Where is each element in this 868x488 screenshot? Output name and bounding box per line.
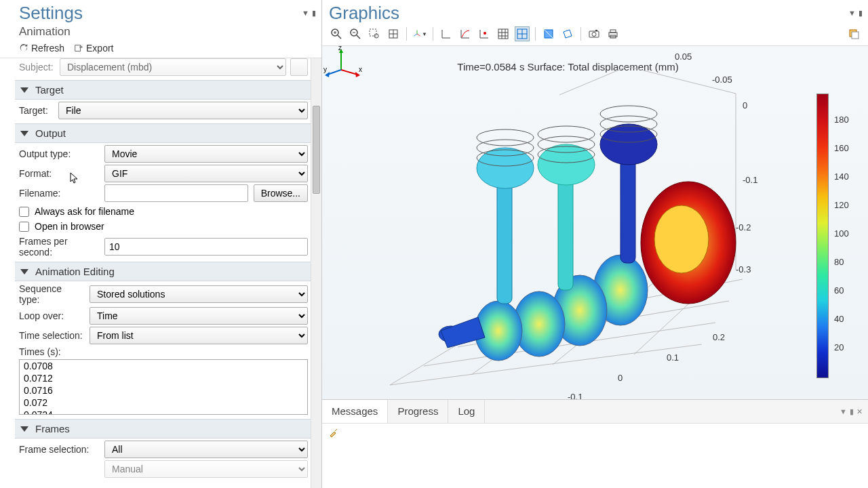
panel-dropdown-icon[interactable]: ▼ (848, 9, 856, 18)
zoom-extents-icon[interactable] (386, 26, 401, 41)
filename-input[interactable] (104, 184, 248, 202)
axis-tick-label: -0.05 (712, 75, 732, 85)
loop-label: Loop over: (19, 310, 84, 321)
broom-icon[interactable] (329, 428, 338, 437)
messages-body (322, 423, 868, 488)
svg-rect-58 (497, 182, 512, 304)
target-label: Target: (19, 105, 53, 116)
svg-rect-23 (498, 29, 508, 39)
zoom-in-icon[interactable] (329, 26, 344, 41)
chevron-down-icon (20, 269, 28, 274)
format-select[interactable]: GIF (104, 165, 308, 182)
tab-log[interactable]: Log (448, 400, 485, 423)
svg-point-52 (654, 205, 709, 273)
view-xyz-icon[interactable]: ▼ (412, 26, 427, 41)
refresh-button[interactable]: Refresh (19, 43, 64, 54)
always-ask-label: Always ask for filename (35, 206, 134, 217)
axis-grid-icon[interactable] (477, 26, 492, 41)
axis-log-icon[interactable] (458, 26, 473, 41)
close-icon[interactable]: ✕ (856, 407, 863, 416)
axis-tick-label: -0.1 (743, 175, 757, 185)
clip-plane-icon[interactable] (560, 26, 575, 41)
times-item[interactable]: 0.0708 (20, 360, 307, 372)
panel-pin-icon[interactable]: ▮ (312, 9, 316, 18)
always-ask-checkbox[interactable] (19, 207, 29, 217)
axis-tick-label: 0.2 (713, 332, 725, 342)
panel-pin-icon[interactable]: ▮ (850, 407, 854, 416)
tab-messages[interactable]: Messages (322, 400, 388, 424)
table-icon[interactable] (496, 26, 511, 41)
section-target[interactable]: Target (15, 80, 312, 100)
axis-tick-label: 0.1 (667, 352, 679, 363)
loop-select[interactable]: Time (90, 307, 308, 325)
detach-icon[interactable] (846, 26, 861, 41)
zoom-box-icon[interactable] (367, 26, 382, 41)
subject-label: Subject: (19, 62, 54, 73)
axis-tick-label: -0.2 (736, 222, 751, 232)
open-browser-checkbox[interactable] (19, 222, 29, 232)
chevron-down-icon (20, 426, 28, 432)
svg-rect-8 (370, 29, 376, 36)
format-label: Format: (19, 168, 99, 179)
settings-subtitle: Animation (0, 24, 321, 40)
panel-dropdown-icon[interactable]: ▼ (840, 407, 847, 415)
times-item[interactable]: 0.0724 (20, 409, 307, 415)
svg-point-67 (538, 126, 595, 142)
panel-dropdown-icon[interactable]: ▼ (302, 9, 309, 18)
clip-icon[interactable] (541, 26, 556, 41)
times-item[interactable]: 0.0712 (20, 372, 307, 384)
timesel-select[interactable]: From list (90, 327, 308, 344)
svg-rect-34 (595, 30, 597, 31)
settings-scrollbar[interactable] (311, 58, 321, 488)
times-item[interactable]: 0.072 (20, 396, 307, 409)
sequence-label: Sequence type: (19, 283, 84, 305)
graphics-toolbar: ▼ (322, 24, 868, 46)
output-type-select[interactable]: Movie (104, 145, 308, 163)
graphics-canvas[interactable]: Time=0.0584 s Surface: Total displacemen… (322, 46, 868, 399)
sequence-select[interactable]: Stored solutions (90, 285, 308, 303)
fps-input[interactable] (104, 238, 308, 256)
axis-tick-label: 0.05 (675, 52, 692, 62)
svg-line-77 (328, 70, 341, 75)
svg-rect-68 (620, 155, 635, 263)
tab-progress[interactable]: Progress (388, 400, 448, 423)
settings-title: Settings (19, 3, 83, 24)
chevron-down-icon (20, 131, 28, 136)
camera-icon[interactable] (587, 26, 601, 41)
times-list[interactable]: 0.07080.07120.07160.0720.0724 (19, 359, 308, 415)
svg-point-62 (477, 129, 534, 146)
section-output[interactable]: Output (15, 123, 312, 143)
axis-tick-label: -0.3 (736, 264, 751, 274)
svg-text:z: z (338, 46, 342, 52)
svg-line-50 (559, 66, 627, 95)
axis-tick-label: 0 (618, 373, 623, 383)
svg-line-14 (417, 34, 420, 36)
browse-button[interactable]: Browse... (254, 184, 308, 202)
timesel-label: Time selection: (19, 330, 84, 341)
panel-pin-icon[interactable]: ▮ (859, 9, 863, 18)
output-type-label: Output type: (19, 148, 99, 159)
svg-rect-36 (610, 30, 616, 33)
svg-point-33 (592, 33, 596, 37)
svg-text:y: y (323, 66, 327, 73)
frame-sel-select[interactable]: All (104, 441, 308, 458)
section-frames[interactable]: Frames (15, 419, 312, 439)
graphics-title: Graphics (329, 3, 399, 24)
svg-line-75 (341, 70, 357, 75)
axis-xy-icon[interactable] (439, 26, 454, 41)
subject-select[interactable]: Displacement (mbd) (60, 58, 286, 76)
fps-label: Frames per second: (19, 236, 99, 258)
export-button[interactable]: Export (74, 43, 113, 54)
frame-size-select[interactable]: Manual (104, 460, 308, 478)
zoom-out-icon[interactable] (348, 26, 363, 41)
times-item[interactable]: 0.0716 (20, 384, 307, 396)
subject-extra-button[interactable] (290, 58, 308, 76)
colorbar: 18016014012010080604020 (816, 94, 857, 378)
svg-rect-0 (75, 45, 81, 52)
section-animation-editing[interactable]: Animation Editing (15, 262, 312, 281)
svg-rect-39 (852, 32, 859, 39)
target-select[interactable]: File (58, 102, 308, 119)
print-icon[interactable] (606, 26, 620, 41)
frame-sel-label: Frame selection: (19, 444, 99, 455)
grid-icon[interactable] (515, 26, 530, 41)
